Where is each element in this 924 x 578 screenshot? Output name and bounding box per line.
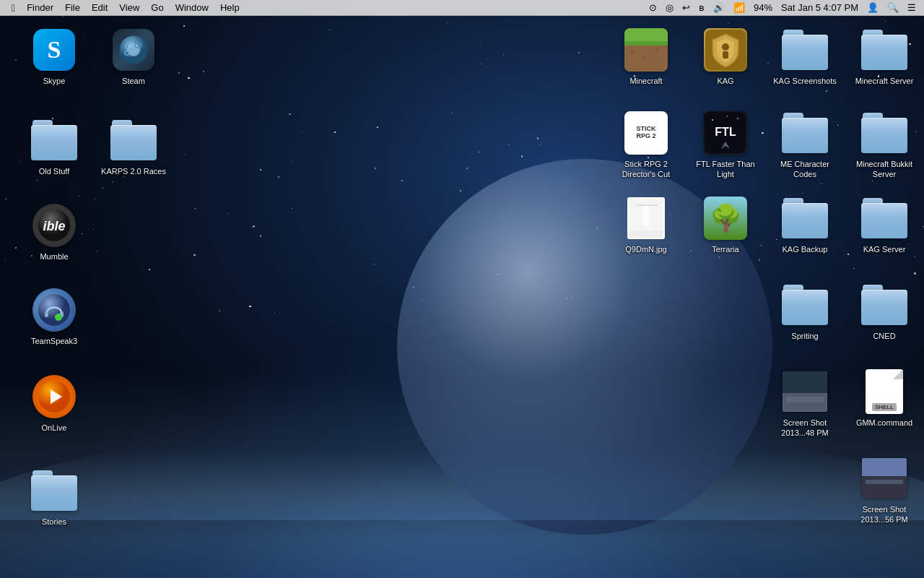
svg-rect-24 [723,51,728,59]
kag-screenshots-label: KAG Screenshots [773,76,836,86]
minecraft-server-folder[interactable]: Minecraft Server [852,27,917,86]
skype-icon[interactable]: S Skype [22,27,87,86]
view-menu[interactable]: View [113,0,145,16]
file-menu[interactable]: File [59,0,86,16]
mumble-icon[interactable]: ible Mumble [22,202,87,262]
old-stuff-folder[interactable]: Old Stuff [22,117,87,176]
skype-label: Skype [43,76,66,86]
kag-screenshots-folder[interactable]: KAG Screenshots [772,27,837,86]
menubar:  Finder File Edit View Go Window Help ⊙… [0,0,924,16]
old-stuff-folder-icon [31,120,77,160]
menubar-right: ⊙ ◎ ↩ ʙ 🔊 📶 94% Sat Jan 5 4:07 PM 👤 🔍 ☰ [647,2,918,13]
teamspeak-app-icon [32,288,76,332]
svg-rect-21 [655,47,658,51]
teamspeak3-icon[interactable]: TeamSpeak3 [22,287,87,346]
steam-app-icon [113,29,154,71]
svg-point-27 [737,118,738,119]
bluetooth-icon[interactable]: ʙ [697,2,707,13]
svg-rect-42 [862,458,907,476]
time-machine-icon[interactable]: ⊙ [647,2,659,13]
menubar-left:  Finder File Edit View Go Window Help [6,0,245,16]
ftl-icon[interactable]: FTL FTL Faster Than Light [693,110,758,180]
desktop: S Skype [0,16,924,578]
steam-label: Steam [122,76,145,86]
kag-server-label: KAG Server [863,244,906,254]
screenshot1-label: Screen Shot 2013...48 PM [772,418,837,439]
svg-rect-43 [866,480,903,484]
svg-rect-20 [642,56,646,59]
old-stuff-label: Old Stuff [39,166,70,176]
kag-app-icon [704,28,747,72]
stickrpg2-app-icon: STICKRPG 2 [624,111,668,155]
kag-backup-folder-icon [782,198,828,238]
airdrop-icon[interactable]: ◎ [663,2,676,13]
cned-label: CNED [873,331,895,341]
onlive-icon[interactable]: OnLive [22,374,87,433]
onlive-app-icon [32,375,76,418]
user-icon[interactable]: 👤 [865,2,881,13]
gmm-command-icon: SHELL [861,368,907,415]
cned-folder[interactable]: CNED [852,282,917,341]
back-icon[interactable]: ↩ [680,2,692,13]
svg-rect-19 [630,50,635,54]
steam-icon[interactable]: Steam [101,27,166,86]
svg-rect-16 [624,28,668,43]
kag-icon[interactable]: KAG [693,27,758,86]
volume-icon[interactable]: 🔊 [711,2,727,13]
svg-rect-33 [643,204,649,226]
terraria-app-icon: 🌳 [704,197,747,240]
help-menu[interactable]: Help [214,0,245,16]
minecraft-server-label: Minecraft Server [855,76,914,86]
edit-menu[interactable]: Edit [86,0,113,16]
svg-point-12 [55,314,62,321]
search-icon[interactable]: 🔍 [885,2,901,13]
stories-folder[interactable]: Stories [22,467,87,527]
kag-label: KAG [717,76,733,86]
me-character-codes-label: ME Character Codes [772,159,837,180]
battery-text: 94% [751,2,775,13]
karps-label: KARPS 2.0 Races [101,166,166,176]
screenshot2-file[interactable]: Screen Shot 2013...56 PM [852,455,917,525]
apple-menu[interactable]:  [6,0,21,16]
spriting-label: Spriting [791,331,818,341]
mumble-label: Mumble [40,251,68,262]
minecraft-server-folder-icon [861,30,907,70]
spriting-folder[interactable]: Spriting [772,282,837,341]
cned-folder-icon [861,285,907,325]
minecraft-bukkit-folder-icon [861,113,907,153]
kag-server-folder[interactable]: KAG Server [852,195,917,254]
kag-backup-label: KAG Backup [783,244,828,254]
window-menu[interactable]: Window [170,0,214,16]
control-center-icon[interactable]: ☰ [905,2,918,13]
go-menu[interactable]: Go [145,0,169,16]
svg-rect-34 [636,204,658,206]
svg-rect-39 [786,397,824,402]
screenshot1-file[interactable]: Screen Shot 2013...48 PM [772,368,837,439]
screenshot2-label: Screen Shot 2013...56 PM [852,504,917,525]
me-character-codes-folder[interactable]: ME Character Codes [772,110,837,180]
q9dmn-file[interactable]: Q9DmN.jpg [614,195,679,254]
q9dmn-label: Q9DmN.jpg [625,244,666,254]
screenshot2-icon [862,458,907,499]
ftl-label: FTL Faster Than Light [693,159,758,180]
onlive-label: OnLive [42,423,67,433]
svg-rect-10 [45,311,48,317]
svg-rect-41 [862,476,907,499]
ftl-app-icon: FTL [704,111,747,155]
minecraft-icon[interactable]: Minecraft [614,27,679,86]
q9dmn-file-icon [624,197,668,240]
gmm-command-label: GMM.command [856,418,912,428]
stickrpg2-label: Stick RPG 2 Director's Cut [614,159,679,180]
kag-backup-folder[interactable]: KAG Backup [772,195,837,254]
minecraft-label: Minecraft [629,76,662,86]
svg-text:FTL: FTL [715,126,736,138]
terraria-icon[interactable]: 🌳 Terraria [693,195,758,254]
minecraft-bukkit-label: Minecraft Bukkit Server [852,159,917,180]
gmm-command-file[interactable]: SHELL GMM.command [852,368,917,428]
minecraft-bukkit-folder[interactable]: Minecraft Bukkit Server [852,110,917,180]
mumble-app-icon: ible [32,204,76,247]
karps-races-folder[interactable]: KARPS 2.0 Races [101,117,166,176]
wifi-icon[interactable]: 📶 [731,2,747,13]
stickrpg2-icon[interactable]: STICKRPG 2 Stick RPG 2 Director's Cut [614,110,679,180]
finder-menu[interactable]: Finder [21,0,59,16]
